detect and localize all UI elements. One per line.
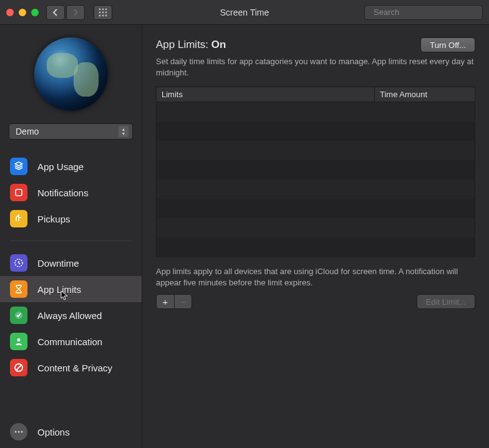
footer-note: App limits apply to all devices that are…	[156, 266, 475, 288]
page-description: Set daily time limits for app catagories…	[156, 56, 475, 78]
table-row	[157, 141, 475, 160]
sidebar-item-label: Notifications	[37, 188, 89, 198]
sidebar-item-options[interactable]: Options	[0, 416, 142, 448]
table-row	[157, 160, 475, 179]
edit-limit-button[interactable]: Edit Limit...	[417, 294, 475, 309]
clock-icon	[10, 254, 27, 272]
svg-point-19	[21, 431, 23, 433]
svg-point-14	[17, 338, 21, 341]
chevron-updown-icon: ▲▼	[119, 126, 128, 137]
nav-buttons	[46, 5, 85, 20]
page-title: App Limits: On	[156, 39, 226, 51]
sidebar-item-app-limits[interactable]: App Limits	[0, 276, 142, 302]
svg-point-17	[15, 431, 17, 433]
sidebar-item-label: Always Allowed	[37, 310, 102, 321]
svg-rect-11	[16, 189, 22, 196]
svg-point-4	[102, 11, 104, 13]
table-row	[157, 218, 475, 237]
sidebar-item-always-allowed[interactable]: Always Allowed	[0, 302, 142, 328]
hourglass-icon	[10, 280, 27, 298]
table-body[interactable]	[157, 102, 475, 257]
account-select[interactable]: Demo ▲▼	[9, 123, 133, 140]
svg-point-6	[99, 14, 101, 16]
turn-off-button[interactable]: Turn Off...	[420, 37, 475, 52]
forward-button[interactable]	[66, 5, 85, 20]
table-header: Limits Time Amount	[157, 87, 475, 102]
person-icon	[10, 333, 27, 350]
sidebar-item-communication[interactable]: Communication	[0, 328, 142, 355]
sidebar: Demo ▲▼ App Usage Notifications	[0, 25, 142, 448]
account-select-value: Demo	[16, 126, 39, 136]
sidebar-item-label: Pickups	[37, 214, 70, 224]
table-row	[157, 179, 475, 199]
ellipsis-icon	[10, 423, 27, 441]
zoom-window-icon[interactable]	[31, 9, 39, 16]
notification-icon	[10, 184, 27, 201]
no-symbol-icon	[10, 359, 27, 376]
search-input[interactable]	[374, 7, 478, 17]
layers-icon	[10, 158, 27, 175]
table-row	[157, 102, 475, 122]
sidebar-item-downtime[interactable]: Downtime	[0, 250, 142, 276]
account-avatar-globe	[34, 37, 108, 111]
main-content: App Limits: On Turn Off... Set daily tim…	[142, 25, 489, 448]
svg-point-5	[105, 11, 107, 13]
sidebar-item-label: Communication	[37, 336, 102, 347]
sidebar-item-label: Downtime	[37, 258, 79, 269]
sidebar-item-notifications[interactable]: Notifications	[0, 179, 142, 206]
svg-line-16	[16, 365, 21, 370]
column-header-time-amount[interactable]: Time Amount	[375, 87, 475, 102]
sidebar-item-label: App Usage	[37, 161, 84, 172]
titlebar: Screen Time	[0, 0, 489, 25]
sidebar-divider	[10, 241, 132, 241]
sidebar-item-label: Options	[37, 427, 70, 437]
window-controls	[6, 9, 39, 16]
table-row	[157, 237, 475, 257]
sidebar-item-app-usage[interactable]: App Usage	[0, 153, 142, 179]
window-title: Screen Time	[220, 7, 269, 17]
show-all-button[interactable]	[94, 5, 112, 20]
svg-point-3	[99, 11, 101, 13]
pickup-icon	[10, 210, 27, 227]
svg-point-0	[99, 8, 101, 10]
svg-point-7	[102, 14, 104, 16]
minimize-window-icon[interactable]	[19, 9, 26, 16]
remove-button[interactable]: −	[174, 295, 191, 308]
close-window-icon[interactable]	[6, 9, 14, 16]
svg-point-2	[105, 8, 107, 10]
sidebar-item-label: App Limits	[37, 284, 81, 295]
svg-point-1	[102, 8, 104, 10]
sidebar-item-label: Content & Privacy	[37, 363, 112, 373]
search-field[interactable]	[364, 5, 483, 20]
sidebar-item-pickups[interactable]: Pickups	[0, 206, 142, 232]
sidebar-item-content-privacy[interactable]: Content & Privacy	[0, 355, 142, 381]
column-header-limits[interactable]: Limits	[157, 87, 375, 102]
svg-point-18	[18, 431, 20, 433]
table-row	[157, 199, 475, 218]
svg-point-8	[105, 14, 107, 16]
add-button[interactable]: +	[157, 295, 174, 308]
add-remove-control: + −	[156, 294, 192, 309]
check-seal-icon	[10, 307, 27, 324]
back-button[interactable]	[46, 5, 65, 20]
limits-table: Limits Time Amount	[156, 87, 475, 257]
table-row	[157, 122, 475, 141]
sidebar-list: App Usage Notifications Pickups Down	[0, 153, 142, 381]
